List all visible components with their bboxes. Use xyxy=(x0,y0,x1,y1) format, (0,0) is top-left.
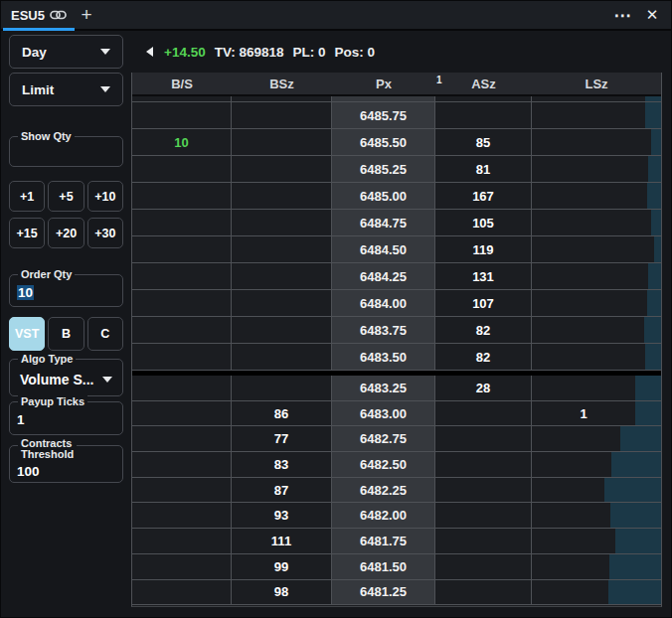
ask-size-cell[interactable] xyxy=(435,529,532,553)
ask-size-cell[interactable]: 28 xyxy=(435,376,532,400)
bid-size-cell[interactable]: 83 xyxy=(232,452,332,477)
last-size-cell[interactable] xyxy=(532,102,661,128)
buy-order-cell[interactable] xyxy=(132,554,232,579)
mode-c-button[interactable]: C xyxy=(87,317,123,351)
ask-size-cell[interactable] xyxy=(435,503,532,528)
collapse-left-arrow-icon[interactable] xyxy=(146,47,153,57)
column-header-asz[interactable]: ASz xyxy=(435,73,532,94)
bid-size-cell[interactable] xyxy=(232,290,332,316)
bid-size-cell[interactable] xyxy=(232,236,332,262)
last-size-cell[interactable] xyxy=(532,426,661,451)
ask-size-cell[interactable] xyxy=(435,96,532,101)
contracts-threshold-field[interactable]: Contracts Threshold 100 xyxy=(9,445,123,483)
ask-size-cell[interactable]: 107 xyxy=(435,290,532,316)
buy-order-cell[interactable] xyxy=(132,96,232,101)
bid-size-cell[interactable]: 99 xyxy=(232,554,332,579)
ask-size-cell[interactable] xyxy=(435,426,532,451)
mode-b-button[interactable]: B xyxy=(48,317,84,351)
new-tab-button[interactable]: + xyxy=(75,3,98,27)
ask-size-cell[interactable] xyxy=(435,102,532,128)
last-size-cell[interactable] xyxy=(532,317,661,343)
ask-size-cell[interactable]: 131 xyxy=(435,263,532,289)
buy-order-cell[interactable] xyxy=(132,156,232,182)
ask-size-cell[interactable] xyxy=(435,452,532,477)
last-size-cell[interactable] xyxy=(532,503,661,528)
mode-vst-button[interactable]: VST xyxy=(9,317,45,351)
ask-size-cell[interactable]: 167 xyxy=(435,183,532,209)
order-type-dropdown[interactable]: Limit xyxy=(9,73,123,106)
last-size-cell[interactable] xyxy=(532,129,661,155)
last-size-cell[interactable] xyxy=(532,263,661,289)
ask-size-cell[interactable] xyxy=(435,401,532,426)
ask-size-cell[interactable]: 119 xyxy=(435,236,532,262)
last-size-cell[interactable] xyxy=(532,183,661,209)
bid-size-cell[interactable] xyxy=(232,183,332,209)
qty-plus-10-button[interactable]: +10 xyxy=(87,181,123,212)
bid-size-cell[interactable] xyxy=(232,129,332,155)
column-header-px[interactable]: Px xyxy=(332,73,435,94)
bid-size-cell[interactable]: 111 xyxy=(232,529,332,553)
ask-size-cell[interactable]: 82 xyxy=(435,344,532,370)
buy-order-cell[interactable] xyxy=(132,426,232,451)
ask-size-cell[interactable] xyxy=(435,580,532,605)
last-size-cell[interactable] xyxy=(532,344,661,370)
last-size-cell[interactable] xyxy=(532,478,661,503)
qty-plus-5-button[interactable]: +5 xyxy=(48,181,84,212)
bid-size-cell[interactable]: 77 xyxy=(232,426,332,451)
column-header-bs[interactable]: B/S xyxy=(132,73,232,94)
bid-size-cell[interactable]: 98 xyxy=(232,580,332,605)
last-size-cell[interactable] xyxy=(532,210,661,235)
buy-order-cell[interactable] xyxy=(132,210,232,235)
bid-size-cell[interactable] xyxy=(232,210,332,235)
buy-order-cell[interactable] xyxy=(132,263,232,289)
last-size-cell[interactable] xyxy=(532,452,661,477)
buy-order-cell[interactable] xyxy=(132,183,232,209)
ask-size-cell[interactable]: 82 xyxy=(435,317,532,343)
last-size-cell[interactable] xyxy=(532,580,661,605)
buy-order-cell[interactable] xyxy=(132,102,232,128)
bid-size-cell[interactable] xyxy=(232,263,332,289)
bid-size-cell[interactable] xyxy=(232,102,332,128)
bid-size-cell[interactable]: 86 xyxy=(232,401,332,426)
algo-type-dropdown[interactable]: Algo Type Volume S... xyxy=(9,359,123,396)
last-size-cell[interactable] xyxy=(532,156,661,182)
bid-size-cell[interactable] xyxy=(232,317,332,343)
last-size-cell[interactable] xyxy=(532,554,661,579)
buy-order-cell[interactable] xyxy=(132,452,232,477)
qty-plus-15-button[interactable]: +15 xyxy=(9,218,45,248)
ask-size-cell[interactable] xyxy=(435,554,532,579)
last-size-cell[interactable] xyxy=(532,236,661,262)
buy-order-cell[interactable]: 10 xyxy=(132,129,232,155)
last-size-cell[interactable]: 1 xyxy=(532,401,661,426)
buy-order-cell[interactable] xyxy=(132,317,232,343)
bid-size-cell[interactable] xyxy=(232,344,332,370)
order-qty-field[interactable]: Order Qty 10 xyxy=(9,274,123,307)
ask-size-cell[interactable] xyxy=(435,478,532,503)
buy-order-cell[interactable] xyxy=(132,344,232,370)
buy-order-cell[interactable] xyxy=(132,290,232,316)
close-icon[interactable]: ✕ xyxy=(639,2,665,28)
qty-plus-1-button[interactable]: +1 xyxy=(9,181,45,212)
last-size-cell[interactable] xyxy=(532,290,661,316)
ask-size-cell[interactable]: 105 xyxy=(435,210,532,235)
bid-size-cell[interactable]: 93 xyxy=(232,503,332,528)
more-menu-icon[interactable]: ⋯ xyxy=(609,2,635,28)
last-size-cell[interactable] xyxy=(532,529,661,553)
bid-size-cell[interactable] xyxy=(232,96,332,101)
buy-order-cell[interactable] xyxy=(132,376,232,400)
qty-plus-20-button[interactable]: +20 xyxy=(48,218,84,248)
bid-size-cell[interactable] xyxy=(232,156,332,182)
buy-order-cell[interactable] xyxy=(132,401,232,426)
qty-plus-30-button[interactable]: +30 xyxy=(87,218,123,248)
show-qty-field[interactable]: Show Qty xyxy=(9,136,123,167)
buy-order-cell[interactable] xyxy=(132,580,232,605)
buy-order-cell[interactable] xyxy=(132,478,232,503)
buy-order-cell[interactable] xyxy=(132,503,232,528)
payup-ticks-field[interactable]: Payup Ticks 1 xyxy=(9,401,123,435)
tif-dropdown[interactable]: Day xyxy=(9,35,123,69)
column-header-lsz[interactable]: LSz xyxy=(532,73,661,94)
buy-order-cell[interactable] xyxy=(132,236,232,262)
column-header-bsz[interactable]: BSz xyxy=(232,73,332,94)
bid-size-cell[interactable]: 87 xyxy=(232,478,332,503)
buy-order-cell[interactable] xyxy=(132,529,232,553)
